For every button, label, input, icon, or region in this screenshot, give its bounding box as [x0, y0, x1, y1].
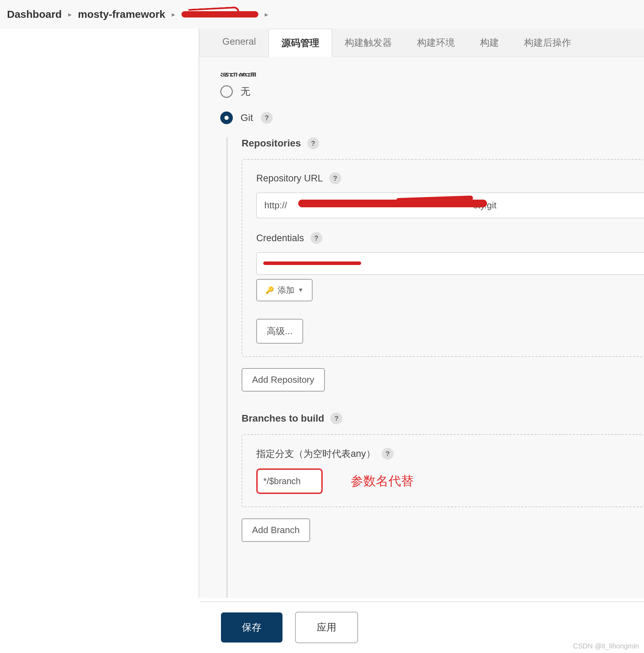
- repository-block: Repository URL ? http://xxxxxxxxxxxxxxxx…: [242, 159, 644, 357]
- tab-triggers[interactable]: 构建触发器: [332, 29, 405, 57]
- repo-url-label: Repository URL ?: [256, 172, 644, 184]
- add-credentials-button[interactable]: 🔑 添加 ▼: [256, 279, 313, 301]
- breadcrumb-dashboard[interactable]: Dashboard: [7, 8, 62, 20]
- redaction-mark: [263, 261, 361, 265]
- help-icon[interactable]: ?: [307, 137, 319, 149]
- credentials-label: Credentials ?: [256, 232, 644, 244]
- breadcrumb: Dashboard ▸ mosty-framework ▸ ▸: [0, 0, 644, 29]
- tab-environment[interactable]: 构建环境: [405, 29, 467, 57]
- chevron-right-icon: ▸: [68, 10, 72, 19]
- main-content: General 源码管理 构建触发器 构建环境 构建 构建后操作 源码管理 无 …: [199, 29, 644, 598]
- tab-general[interactable]: General: [210, 29, 269, 57]
- caret-down-icon: ▼: [298, 287, 303, 293]
- breadcrumb-project[interactable]: mosty-framework: [78, 8, 165, 20]
- key-icon: 🔑: [265, 286, 274, 294]
- scm-git-label: Git: [241, 112, 253, 123]
- annotation-text: 参数名代替: [351, 473, 414, 490]
- tab-build[interactable]: 构建: [467, 29, 511, 57]
- branch-label: 指定分支（为空时代表any） ?: [256, 447, 644, 460]
- help-icon[interactable]: ?: [382, 448, 394, 460]
- help-icon[interactable]: ?: [261, 112, 273, 124]
- tab-postbuild[interactable]: 构建后操作: [511, 29, 584, 57]
- chevron-right-icon: ▸: [172, 10, 175, 19]
- help-icon[interactable]: ?: [330, 412, 342, 424]
- advanced-button[interactable]: 高级...: [256, 319, 303, 344]
- scm-option-none[interactable]: 无: [220, 85, 644, 98]
- branch-specifier-input[interactable]: [256, 468, 323, 494]
- radio-unchecked-icon[interactable]: [220, 85, 233, 98]
- add-branch-button[interactable]: Add Branch: [242, 518, 310, 542]
- help-icon[interactable]: ?: [310, 232, 322, 244]
- section-header-truncated: 源码管理: [220, 71, 644, 77]
- scm-none-label: 无: [241, 85, 250, 98]
- scm-option-git[interactable]: Git ?: [220, 112, 644, 124]
- sidebar: [0, 29, 199, 598]
- add-repository-button[interactable]: Add Repository: [242, 368, 325, 392]
- tab-scm[interactable]: 源码管理: [269, 29, 332, 57]
- repositories-title: Repositories ?: [242, 137, 644, 149]
- tabs: General 源码管理 构建触发器 构建环境 构建 构建后操作: [199, 29, 644, 57]
- radio-checked-icon[interactable]: [220, 112, 233, 124]
- chevron-right-icon: ▸: [265, 10, 268, 19]
- help-icon[interactable]: ?: [329, 172, 341, 184]
- branches-title: Branches to build ?: [242, 412, 644, 424]
- branch-block: 指定分支（为空时代表any） ? 参数名代替: [242, 434, 644, 507]
- redaction-mark: [298, 200, 487, 207]
- breadcrumb-redacted[interactable]: [181, 9, 258, 20]
